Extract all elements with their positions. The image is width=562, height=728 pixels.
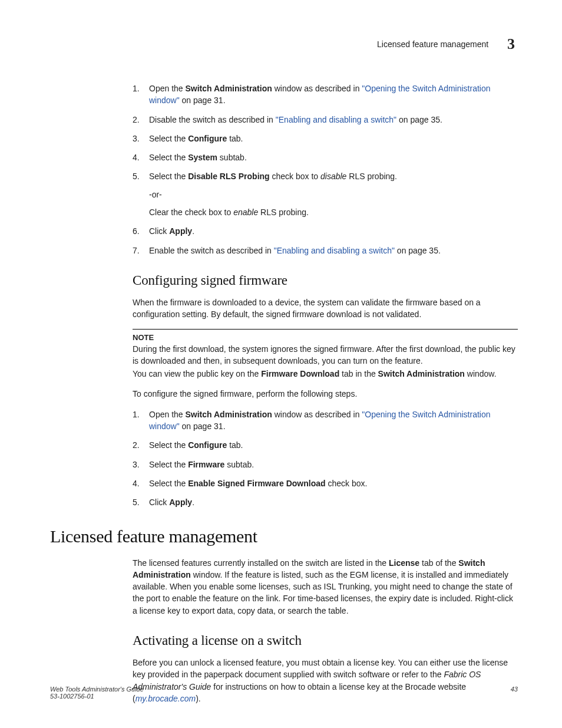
list-item: Disable the switch as described in "Enab… <box>133 114 518 126</box>
list-item: Open the Switch Administration window as… <box>133 83 518 107</box>
page-footer: 43 Web Tools Administrator's Guide 53-10… <box>50 686 518 700</box>
body-text: The licensed features currently installe… <box>133 557 518 617</box>
list-item: Select the Configure tab. <box>133 439 518 451</box>
procedure-list-1: Open the Switch Administration window as… <box>133 83 518 256</box>
note-body: During the first download, the system ig… <box>133 343 518 367</box>
ui-label: Switch Administration <box>378 369 465 378</box>
list-item: Click Apply. <box>133 225 518 237</box>
body-text: When the firmware is downloaded to a dev… <box>133 297 518 321</box>
ui-label: Apply <box>169 498 192 507</box>
body-text: To configure the signed firmware, perfor… <box>133 388 518 400</box>
ui-label: Firmware Download <box>261 369 339 378</box>
ui-label: Enable Signed Firmware Download <box>188 479 325 488</box>
list-item: Select the Enable Signed Firmware Downlo… <box>133 477 518 489</box>
ui-label: System <box>188 153 217 162</box>
list-item: Select the Disable RLS Probing check box… <box>133 170 518 218</box>
note-heading: NOTE <box>133 333 518 342</box>
list-item: Enable the switch as described in "Enabl… <box>133 245 518 256</box>
cross-ref-link[interactable]: "Enabling and disabling a switch" <box>274 246 395 255</box>
ui-label: License <box>389 558 419 568</box>
chapter-number: 3 <box>507 35 515 52</box>
or-text: -or- <box>149 189 518 200</box>
running-header: Licensed feature management 3 <box>50 35 518 53</box>
list-item: Select the System subtab. <box>133 151 518 163</box>
cross-ref-link[interactable]: "Enabling and disabling a switch" <box>276 115 396 124</box>
note-body: You can view the public key on the Firmw… <box>133 368 518 380</box>
ui-label: Configure <box>188 134 227 143</box>
list-item: Click Apply. <box>133 496 518 508</box>
header-title: Licensed feature management <box>377 39 488 49</box>
procedure-list-2: Open the Switch Administration window as… <box>133 409 518 509</box>
ui-label: Disable RLS Probing <box>188 172 269 181</box>
heading-configuring-signed-firmware: Configuring signed firmware <box>133 273 518 288</box>
list-item: Open the Switch Administration window as… <box>133 409 518 433</box>
list-item: Select the Firmware subtab. <box>133 459 518 470</box>
divider <box>133 329 518 330</box>
ui-label: Firmware <box>188 460 224 469</box>
ui-label: Switch Administration <box>186 410 272 419</box>
ui-label: Switch Administration <box>186 84 272 93</box>
footer-doc-number: 53-1002756-01 <box>50 693 518 700</box>
page-number: 43 <box>511 686 518 693</box>
heading-activating-license: Activating a license on a switch <box>133 633 518 648</box>
footer-book-title: Web Tools Administrator's Guide <box>50 686 518 693</box>
heading-licensed-feature-management: Licensed feature management <box>50 526 518 546</box>
list-item: Select the Configure tab. <box>133 133 518 144</box>
ui-label: Configure <box>188 440 227 450</box>
ui-label: Apply <box>169 226 192 236</box>
alt-text: Clear the check box to enable RLS probin… <box>149 206 518 218</box>
